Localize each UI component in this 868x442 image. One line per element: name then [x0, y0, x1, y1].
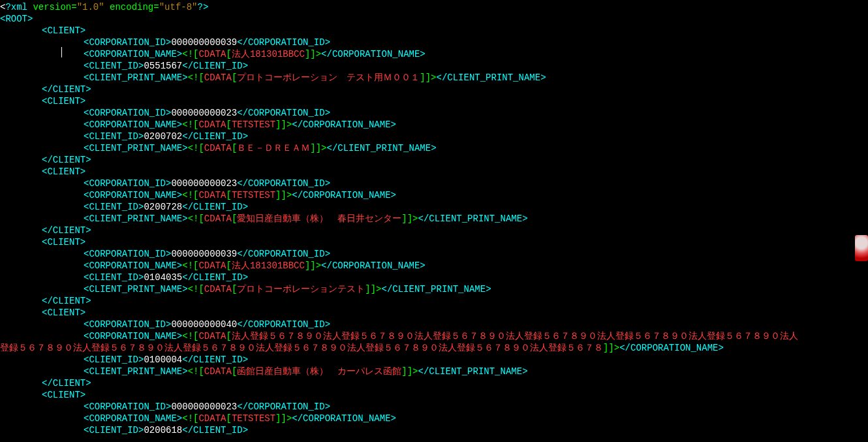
- xml-declaration-line: <?xml version="1.0" encoding="utf-8"?>: [0, 1, 868, 13]
- scroll-indicator-icon: [855, 235, 868, 261]
- code-lines: <?xml version="1.0" encoding="utf-8"?> <…: [0, 1, 868, 436]
- text-cursor: [61, 47, 63, 57]
- root-open: <ROOT>: [0, 13, 868, 25]
- xml-editor[interactable]: <?xml version="1.0" encoding="utf-8"?> <…: [0, 0, 868, 436]
